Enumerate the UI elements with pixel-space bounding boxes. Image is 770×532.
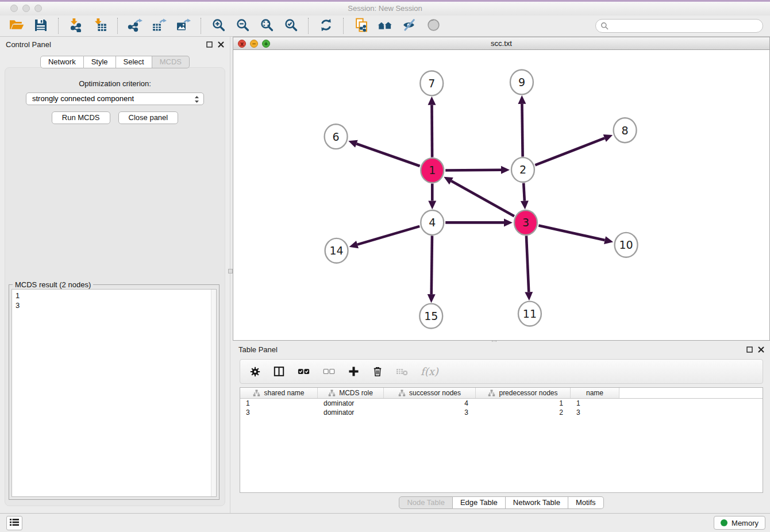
- node-14[interactable]: 14: [325, 238, 348, 263]
- table-cell[interactable]: 4: [384, 399, 476, 408]
- vertical-splitter-handle[interactable]: [228, 269, 233, 273]
- edge-1-2[interactable]: [445, 166, 510, 174]
- table-row[interactable]: 3dominator323: [240, 408, 763, 417]
- toolbar-zoom-selected-button[interactable]: [280, 17, 302, 35]
- toolbar-export-table-button[interactable]: [148, 17, 170, 35]
- toolbar-zoom-in-button[interactable]: [207, 17, 229, 35]
- table-panel-header: Table Panel: [233, 342, 770, 357]
- toolbar-zoom-fit-button[interactable]: [256, 17, 278, 35]
- table-toolbar-select-all-button[interactable]: [297, 365, 310, 377]
- tab-network[interactable]: Network: [40, 56, 84, 68]
- column-tree-icon: [398, 390, 406, 397]
- result-scrollbar[interactable]: [211, 290, 216, 496]
- edge-1-7[interactable]: [428, 97, 436, 157]
- close-network-button[interactable]: [238, 40, 246, 48]
- node-1[interactable]: 1: [421, 158, 444, 183]
- toolbar-refresh-layout-button[interactable]: [315, 17, 337, 35]
- node-7[interactable]: 7: [420, 71, 443, 95]
- node-2[interactable]: 2: [511, 157, 534, 182]
- toolbar-save-session-button[interactable]: [30, 17, 52, 35]
- float-panel-icon[interactable]: [206, 41, 213, 48]
- table-cell[interactable]: 1: [240, 399, 318, 408]
- toolbar-zoom-out-button[interactable]: [232, 17, 253, 35]
- arrowhead-icon: [521, 201, 529, 209]
- close-panel-icon[interactable]: [218, 41, 224, 48]
- edge-3-10[interactable]: [538, 225, 613, 244]
- table-toolbar-table-settings-button[interactable]: [249, 366, 261, 377]
- node-3[interactable]: 3: [514, 210, 537, 235]
- close-panel-button[interactable]: Close panel: [118, 111, 179, 124]
- table-toolbar-add-entry-button[interactable]: [348, 365, 360, 377]
- edge-3-11[interactable]: [525, 236, 533, 300]
- table-row[interactable]: 1dominator411: [240, 399, 763, 408]
- table-cell[interactable]: 2: [476, 408, 571, 417]
- table-cell[interactable]: 3: [384, 408, 476, 417]
- run-mcds-button[interactable]: Run MCDS: [52, 111, 110, 124]
- table-cell[interactable]: dominator: [318, 408, 384, 417]
- node-6[interactable]: 6: [325, 124, 348, 149]
- node-4[interactable]: 4: [421, 210, 444, 235]
- memory-button[interactable]: Memory: [714, 516, 765, 530]
- task-history-button[interactable]: [6, 516, 22, 530]
- edge-4-14[interactable]: [349, 226, 420, 248]
- search-input[interactable]: [595, 19, 763, 33]
- column-header-name[interactable]: name: [571, 388, 619, 398]
- edge-1-4[interactable]: [428, 184, 436, 210]
- node-15[interactable]: 15: [419, 304, 442, 329]
- edge-2-9[interactable]: [518, 95, 526, 157]
- table-cell[interactable]: 1: [476, 399, 571, 408]
- column-header-successor-nodes[interactable]: successor nodes: [384, 388, 476, 398]
- toolbar-export-image-button[interactable]: [172, 17, 194, 35]
- table-cell[interactable]: 3: [240, 408, 318, 417]
- toolbar-export-network-button[interactable]: [124, 17, 146, 35]
- table-tab-node-table[interactable]: Node Table: [399, 496, 453, 509]
- toolbar-import-network-button[interactable]: [65, 17, 87, 35]
- criterion-select[interactable]: strongly connected component: [26, 92, 204, 105]
- table-toolbar-column-layout-button[interactable]: [273, 365, 285, 377]
- table-cell[interactable]: 3: [571, 408, 619, 417]
- tab-mcds[interactable]: MCDS: [152, 56, 190, 68]
- node-11[interactable]: 11: [518, 302, 541, 326]
- tab-select[interactable]: Select: [116, 56, 152, 68]
- fullscreen-window-button[interactable]: [34, 5, 42, 12]
- table-tab-network-table[interactable]: Network Table: [506, 496, 568, 509]
- maximize-network-button[interactable]: [262, 40, 270, 48]
- table-cell[interactable]: 1: [571, 399, 619, 408]
- edge-2-8[interactable]: [535, 134, 613, 165]
- toolbar-duplicate-network-button[interactable]: [350, 17, 372, 35]
- float-table-panel-icon[interactable]: [746, 346, 753, 353]
- table-tab-edge-table[interactable]: Edge Table: [453, 496, 506, 509]
- table-tab-motifs[interactable]: Motifs: [568, 496, 604, 509]
- close-table-panel-icon[interactable]: [758, 346, 764, 353]
- node-10[interactable]: 10: [615, 233, 638, 257]
- toolbar-open-session-button[interactable]: [6, 17, 28, 35]
- minimize-window-button[interactable]: [22, 5, 30, 12]
- edge-4-15[interactable]: [428, 236, 436, 303]
- svg-text:11: 11: [523, 307, 537, 320]
- close-window-button[interactable]: [10, 5, 18, 12]
- mcds-result-text[interactable]: 1 3: [11, 289, 217, 497]
- column-header-shared-name[interactable]: shared name: [240, 388, 318, 398]
- network-canvas[interactable]: 1234678910111415: [233, 50, 769, 340]
- column-header-predecessor-nodes[interactable]: predecessor nodes: [476, 388, 571, 398]
- mcds-result-group: MCDS result (2 nodes) 1 3: [9, 284, 220, 500]
- svg-text:9: 9: [518, 76, 525, 88]
- toolbar-import-table-button[interactable]: [89, 17, 111, 35]
- node-9[interactable]: 9: [510, 70, 533, 94]
- table-toolbar-delete-entry-button[interactable]: [372, 365, 383, 377]
- search-box: [595, 19, 763, 33]
- column-header-mcds-role[interactable]: MCDS role: [318, 388, 384, 398]
- edge-3-1[interactable]: [444, 177, 514, 216]
- toolbar-hide-graphics-details-button[interactable]: [398, 17, 420, 35]
- toolbar-home-pages-button[interactable]: [374, 17, 396, 35]
- toolbar-separator: [308, 18, 309, 34]
- table-toolbar-deselect-all-button[interactable]: [322, 365, 336, 377]
- tab-style[interactable]: Style: [84, 56, 116, 68]
- node-8[interactable]: 8: [614, 118, 637, 142]
- edge-4-3[interactable]: [445, 218, 513, 226]
- edge-2-3[interactable]: [521, 183, 529, 210]
- minimize-network-button[interactable]: [250, 40, 258, 48]
- table-cell[interactable]: dominator: [318, 399, 384, 408]
- application-window: Session: New Session Control Panel Netwo…: [0, 0, 770, 532]
- edge-1-6[interactable]: [348, 140, 419, 166]
